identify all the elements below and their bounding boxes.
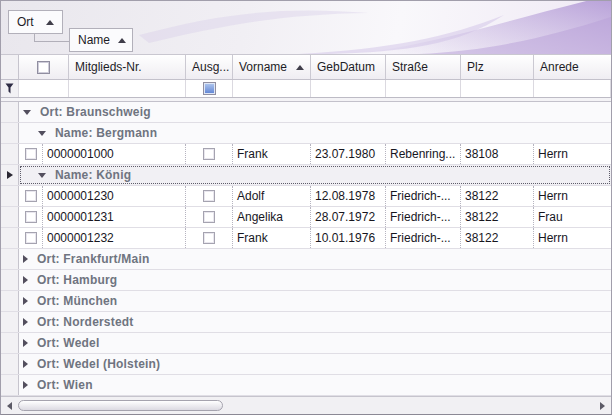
group-label: Ort: Hamburg bbox=[37, 273, 117, 287]
group-field-name-label: Name bbox=[78, 33, 110, 47]
ausg-filter-checkbox[interactable] bbox=[203, 82, 216, 95]
expand-collapse-icon[interactable] bbox=[23, 381, 28, 389]
cell-mitglieds-nr[interactable]: 0000001000 bbox=[43, 144, 186, 164]
row-indicator bbox=[1, 375, 19, 395]
group-row[interactable]: Name: König bbox=[1, 165, 611, 186]
cell-strasse[interactable]: Rebenring... bbox=[386, 144, 461, 164]
expand-collapse-icon[interactable] bbox=[23, 318, 28, 326]
cell-mitglieds-nr[interactable]: 0000001230 bbox=[43, 186, 186, 206]
cell-anrede[interactable]: Herrn bbox=[534, 186, 611, 206]
ausgeschieden-checkbox[interactable] bbox=[203, 211, 215, 223]
cell-select[interactable] bbox=[19, 228, 43, 248]
table-row[interactable]: 0000001232 Frank 10.01.1976 Friedrich-..… bbox=[1, 228, 611, 249]
cell-ausg[interactable] bbox=[186, 144, 233, 164]
group-row[interactable]: Ort: Norderstedt bbox=[1, 312, 611, 333]
cell-vorname[interactable]: Angelika bbox=[233, 207, 311, 227]
cell-strasse[interactable]: Friedrich-... bbox=[386, 228, 461, 248]
group-row[interactable]: Ort: München bbox=[1, 291, 611, 312]
group-row[interactable]: Name: Bergmann bbox=[1, 123, 611, 144]
row-select-checkbox[interactable] bbox=[25, 232, 37, 244]
filter-row-indicator-cell bbox=[1, 80, 19, 97]
expand-collapse-icon[interactable] bbox=[23, 339, 28, 347]
cell-ausg[interactable] bbox=[186, 228, 233, 248]
group-row[interactable]: Ort: Wedel bbox=[1, 333, 611, 354]
cell-select[interactable] bbox=[19, 207, 43, 227]
expand-collapse-icon[interactable] bbox=[23, 110, 31, 115]
filter-cell-gebdatum[interactable] bbox=[311, 80, 386, 97]
table-row[interactable]: 0000001000 Frank 23.07.1980 Rebenring...… bbox=[1, 144, 611, 165]
cell-strasse[interactable]: Friedrich-... bbox=[386, 186, 461, 206]
group-label: Ort: Wedel (Holstein) bbox=[37, 357, 160, 371]
cell-gebdatum[interactable]: 28.07.1972 bbox=[311, 207, 386, 227]
cell-anrede[interactable]: Herrn bbox=[534, 228, 611, 248]
row-select-checkbox[interactable] bbox=[25, 211, 37, 223]
table-row[interactable]: 0000001231 Angelika 28.07.1972 Friedrich… bbox=[1, 207, 611, 228]
filter-cell-anrede[interactable] bbox=[534, 80, 611, 97]
group-row[interactable]: Ort: Wedel (Holstein) bbox=[1, 354, 611, 375]
column-header-select[interactable] bbox=[19, 55, 69, 79]
cell-ausg[interactable] bbox=[186, 207, 233, 227]
cell-anrede[interactable]: Frau bbox=[534, 207, 611, 227]
filter-cell-vorname[interactable] bbox=[233, 80, 311, 97]
scroll-left-icon[interactable] bbox=[7, 402, 12, 410]
scroll-right-icon[interactable] bbox=[600, 402, 605, 410]
column-header-ausg[interactable]: Ausg... bbox=[186, 55, 233, 79]
group-field-ort[interactable]: Ort bbox=[8, 10, 63, 34]
row-indicator bbox=[1, 144, 19, 164]
cell-gebdatum[interactable]: 23.07.1980 bbox=[311, 144, 386, 164]
cell-vorname[interactable]: Adolf bbox=[233, 186, 311, 206]
group-row[interactable]: Ort: Braunschweig bbox=[1, 102, 611, 123]
row-indicator bbox=[1, 165, 19, 185]
expand-collapse-icon[interactable] bbox=[38, 131, 46, 136]
cell-plz[interactable]: 38108 bbox=[461, 144, 534, 164]
select-all-checkbox[interactable] bbox=[37, 61, 50, 74]
cell-gebdatum[interactable]: 10.01.1976 bbox=[311, 228, 386, 248]
expand-collapse-icon[interactable] bbox=[23, 297, 28, 305]
cell-plz[interactable]: 38122 bbox=[461, 207, 534, 227]
horizontal-scrollbar[interactable] bbox=[1, 396, 611, 414]
column-header-strasse[interactable]: Straße bbox=[386, 55, 461, 79]
cell-anrede[interactable]: Herrn bbox=[534, 144, 611, 164]
cell-vorname[interactable]: Frank bbox=[233, 228, 311, 248]
cell-plz[interactable]: 38122 bbox=[461, 186, 534, 206]
row-select-checkbox[interactable] bbox=[25, 190, 37, 202]
column-header-anrede[interactable]: Anrede bbox=[534, 55, 611, 79]
filter-cell-select[interactable] bbox=[19, 80, 69, 97]
group-by-panel[interactable]: Ort Name bbox=[1, 1, 611, 54]
expand-collapse-icon[interactable] bbox=[23, 276, 28, 284]
column-header-mitglieds-nr[interactable]: Mitglieds-Nr. bbox=[69, 55, 186, 79]
cell-select[interactable] bbox=[19, 186, 43, 206]
filter-cell-strasse[interactable] bbox=[386, 80, 461, 97]
cell-mitglieds-nr[interactable]: 0000001231 bbox=[43, 207, 186, 227]
group-label: Ort: Norderstedt bbox=[37, 315, 134, 329]
filter-cell-ausg[interactable] bbox=[186, 80, 233, 97]
filter-cell-plz[interactable] bbox=[461, 80, 534, 97]
column-header-vorname[interactable]: Vorname bbox=[233, 55, 311, 79]
cell-vorname[interactable]: Frank bbox=[233, 144, 311, 164]
cell-mitglieds-nr[interactable]: 0000001232 bbox=[43, 228, 186, 248]
group-row[interactable]: Ort: Wien bbox=[1, 375, 611, 396]
filter-cell-mitglieds-nr[interactable] bbox=[69, 80, 186, 97]
cell-strasse[interactable]: Friedrich-... bbox=[386, 207, 461, 227]
expand-collapse-icon[interactable] bbox=[23, 360, 28, 368]
row-select-checkbox[interactable] bbox=[25, 148, 37, 160]
group-field-name[interactable]: Name bbox=[69, 28, 133, 52]
ausgeschieden-checkbox[interactable] bbox=[203, 148, 215, 160]
scrollbar-thumb[interactable] bbox=[18, 400, 223, 411]
expand-collapse-icon[interactable] bbox=[38, 173, 46, 178]
expand-collapse-icon[interactable] bbox=[23, 255, 28, 263]
group-row[interactable]: Ort: Frankfurt/Main bbox=[1, 249, 611, 270]
cell-ausg[interactable] bbox=[186, 186, 233, 206]
cell-plz[interactable]: 38122 bbox=[461, 228, 534, 248]
table-row[interactable]: 0000001230 Adolf 12.08.1978 Friedrich-..… bbox=[1, 186, 611, 207]
column-header-plz[interactable]: Plz bbox=[461, 55, 534, 79]
ausgeschieden-checkbox[interactable] bbox=[203, 190, 215, 202]
cell-select[interactable] bbox=[19, 144, 43, 164]
ausgeschieden-checkbox[interactable] bbox=[203, 232, 215, 244]
row-indicator bbox=[1, 312, 19, 332]
group-row[interactable]: Ort: Hamburg bbox=[1, 270, 611, 291]
cell-gebdatum[interactable]: 12.08.1978 bbox=[311, 186, 386, 206]
row-indicator bbox=[1, 270, 19, 290]
group-field-ort-label: Ort bbox=[17, 15, 34, 29]
column-header-gebdatum[interactable]: GebDatum bbox=[311, 55, 386, 79]
